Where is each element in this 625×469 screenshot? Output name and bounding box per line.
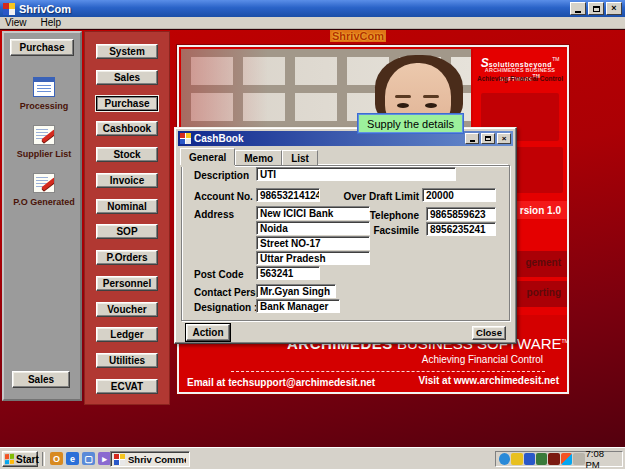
taskbar: Start O e ▢ ▸ » Shriv Commedi... 7:08 PM: [0, 447, 625, 469]
tab-list[interactable]: List: [282, 150, 318, 165]
cashbook-dialog: CashBook × General Memo List Description…: [174, 127, 517, 344]
note-pencil-icon: [33, 125, 55, 145]
version-text: rsion 1.0: [520, 205, 561, 216]
action-button[interactable]: Action: [186, 324, 230, 341]
app-icon: [3, 3, 15, 15]
trademark-symbol: TM: [561, 338, 568, 344]
tray-network-icon[interactable]: [536, 453, 547, 465]
sidebar-item-supplier-list[interactable]: Supplier List: [4, 125, 84, 159]
system-tray: 7:08 PM: [495, 451, 623, 467]
start-button[interactable]: Start: [2, 451, 38, 467]
overdraft-label: Over Draft Limit: [335, 191, 419, 202]
nav-sales-button[interactable]: Sales: [96, 70, 158, 85]
description-label: Description: [194, 170, 249, 181]
task-label: Shriv Commedi...: [128, 454, 186, 465]
quicklaunch-ie-icon[interactable]: e: [66, 452, 79, 465]
cashbook-form-icon: [180, 133, 191, 144]
module-nav: System Sales Purchase Cashbook Stock Inv…: [84, 31, 170, 405]
dialog-tabs: General Memo List: [180, 148, 318, 165]
sidebar-item-processing[interactable]: Processing: [4, 77, 84, 111]
screen: ShrivCom × View Help Purchase Processing…: [0, 0, 625, 469]
account-no-label: Account No. :: [194, 191, 259, 202]
tray-media-icon[interactable]: [499, 453, 510, 465]
nav-cashbook-button[interactable]: Cashbook: [96, 121, 158, 136]
sidebar-item-label: Supplier List: [4, 149, 84, 159]
start-label: Start: [16, 454, 39, 465]
tray-clock[interactable]: 7:08 PM: [586, 448, 620, 469]
nav-utilities-button[interactable]: Utilities: [96, 353, 158, 368]
nav-nominal-button[interactable]: Nominal: [96, 199, 158, 214]
nav-purchase-button[interactable]: Purchase: [96, 96, 158, 111]
designation-field[interactable]: Bank Manager: [256, 299, 340, 313]
nav-ledger-button[interactable]: Ledger: [96, 327, 158, 342]
tooltip: Supply the details: [357, 113, 464, 134]
dialog-minimize-icon[interactable]: [465, 133, 479, 144]
address-label: Address: [194, 209, 234, 220]
address-field-3[interactable]: Street NO-17: [256, 236, 370, 250]
post-code-label: Post Code: [194, 269, 243, 280]
telephone-label: Telephone: [335, 210, 419, 221]
sidebar-item-po-generated[interactable]: P.O Generated: [4, 173, 84, 207]
dialog-close-icon[interactable]: ×: [497, 133, 511, 144]
telephone-field[interactable]: 9865859623: [426, 207, 496, 221]
footer-email-link[interactable]: Email at techsupport@archimedesit.net: [187, 377, 375, 388]
restore-icon[interactable]: [588, 2, 604, 15]
nav-ecvat-button[interactable]: ECVAT: [96, 379, 158, 394]
trademark-symbol: TM: [552, 56, 559, 62]
footer-visit-link[interactable]: Visit at www.archimedesit.net: [418, 375, 559, 386]
nav-voucher-button[interactable]: Voucher: [96, 302, 158, 317]
tray-messenger-icon[interactable]: [524, 453, 535, 465]
dialog-restore-icon[interactable]: [481, 133, 495, 144]
overdraft-field[interactable]: 20000: [422, 188, 496, 202]
facsimile-field[interactable]: 8956235241: [426, 222, 496, 236]
tray-volume-icon[interactable]: [511, 453, 522, 465]
logo-tagline: Achieving Financial Control: [473, 75, 567, 82]
sidebar-sales-button[interactable]: Sales: [12, 371, 70, 388]
task-icon: [114, 454, 125, 465]
purchase-sidebar: Purchase Processing Supplier List P.O Ge…: [2, 31, 82, 401]
nav-porders-button[interactable]: P.Orders: [96, 250, 158, 265]
tab-memo[interactable]: Memo: [235, 150, 282, 165]
facsimile-label: Facsimile: [335, 225, 419, 236]
menu-view[interactable]: View: [5, 17, 27, 28]
note-pencil-icon: [33, 173, 55, 193]
post-code-field[interactable]: 563241: [256, 266, 320, 280]
tray-update-icon[interactable]: [561, 453, 572, 465]
menu-help[interactable]: Help: [41, 17, 62, 28]
mdi-client: Purchase Processing Supplier List P.O Ge…: [0, 30, 625, 447]
tray-printer-icon[interactable]: [573, 453, 584, 465]
quicklaunch-outlook-icon[interactable]: O: [50, 452, 63, 465]
nav-sop-button[interactable]: SOP: [96, 224, 158, 239]
menubar: View Help: [0, 17, 625, 29]
contact-person-field[interactable]: Mr.Gyan Singh: [256, 284, 336, 298]
management-text: gement: [525, 257, 561, 268]
dashed-divider: [231, 371, 545, 372]
description-field[interactable]: UTI: [256, 167, 456, 181]
nav-stock-button[interactable]: Stock: [96, 147, 158, 162]
taskbar-task-shrivcom[interactable]: Shriv Commedi...: [110, 451, 190, 467]
nav-personnel-button[interactable]: Personnel: [96, 276, 158, 291]
taskbar-divider: [42, 452, 45, 466]
form-list-icon: [33, 77, 55, 97]
footer-tagline: Achieving Financial Control: [422, 354, 543, 365]
tray-antivirus-icon[interactable]: [548, 453, 559, 465]
sidebar-purchase-button[interactable]: Purchase: [10, 39, 74, 56]
nav-invoice-button[interactable]: Invoice: [96, 173, 158, 188]
nav-system-button[interactable]: System: [96, 44, 158, 59]
designation-label: Designation :: [194, 302, 257, 313]
app-titlebar: ShrivCom ×: [0, 0, 625, 17]
close-icon[interactable]: ×: [606, 2, 622, 15]
minimize-icon[interactable]: [570, 2, 586, 15]
child-window-title: ShrivCom: [330, 30, 386, 42]
app-title: ShrivCom: [19, 3, 71, 15]
tab-general[interactable]: General: [180, 148, 235, 165]
sidebar-item-label: P.O Generated: [4, 197, 84, 207]
quicklaunch-desktop-icon[interactable]: ▢: [82, 452, 95, 465]
windows-logo-icon: [5, 454, 14, 465]
address-field-4[interactable]: Uttar Pradesh: [256, 251, 370, 265]
reporting-text: porting: [527, 287, 561, 298]
sidebar-item-label: Processing: [4, 101, 84, 111]
close-button[interactable]: Close: [472, 326, 506, 340]
account-no-field[interactable]: 98653214124: [256, 188, 320, 202]
dialog-title: CashBook: [194, 133, 243, 144]
